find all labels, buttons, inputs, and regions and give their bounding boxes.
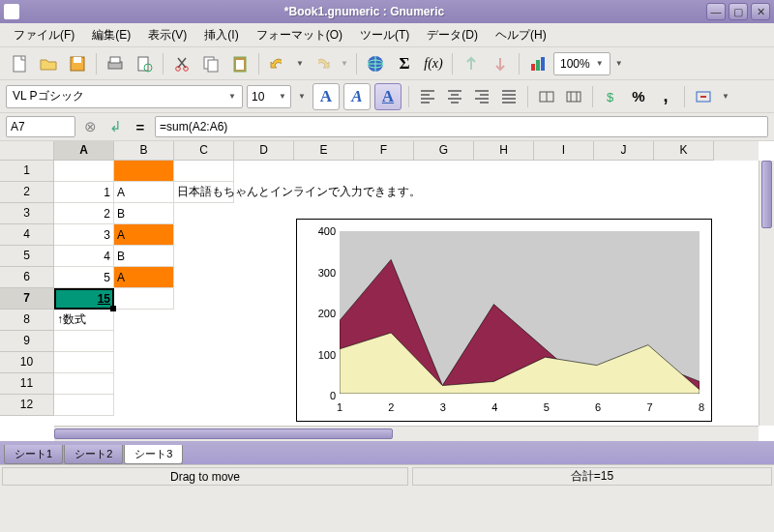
toolbar-overflow[interactable]: ▼	[612, 50, 626, 77]
col-header[interactable]: C	[174, 141, 234, 161]
row-header[interactable]: 1	[0, 161, 54, 182]
new-button[interactable]	[6, 50, 33, 77]
cell-reference-box[interactable]: A7	[6, 116, 75, 137]
svg-text:$: $	[607, 90, 614, 104]
col-header[interactable]: G	[414, 141, 474, 161]
comma-button[interactable]: ,	[654, 85, 677, 108]
undo-dropdown[interactable]: ▼	[293, 50, 307, 77]
select-all-corner[interactable]	[0, 141, 54, 161]
col-header[interactable]: K	[654, 141, 714, 161]
menu-tools[interactable]: ツール(T)	[352, 24, 417, 46]
menu-format[interactable]: フォーマット(O)	[249, 24, 350, 46]
align-center-button[interactable]	[443, 85, 466, 108]
split-cells-button[interactable]	[562, 85, 585, 108]
spreadsheet-grid[interactable]: A B C D E F G H I J K 1 2 3 4 5 6 7 8 9 …	[0, 141, 774, 441]
format-overflow[interactable]: ▼	[719, 83, 732, 110]
sheet-tab[interactable]: シート2	[64, 445, 123, 464]
merge-cells-button[interactable]	[535, 85, 558, 108]
col-header[interactable]: A	[54, 141, 114, 161]
align-justify-button[interactable]	[497, 85, 521, 108]
col-header[interactable]: B	[114, 141, 174, 161]
row-header[interactable]: 7	[0, 288, 54, 310]
window-title: *Book1.gnumeric : Gnumeric	[25, 5, 703, 18]
copy-button[interactable]	[197, 50, 224, 77]
row-headers[interactable]: 1 2 3 4 5 6 7 8 9 10 11 12	[0, 161, 54, 416]
row-header[interactable]: 6	[0, 267, 54, 288]
cut-button[interactable]	[168, 50, 195, 77]
col-header[interactable]: J	[594, 141, 654, 161]
italic-button[interactable]: A	[343, 83, 371, 110]
align-left-button[interactable]	[416, 85, 439, 108]
svg-rect-4	[110, 57, 120, 63]
save-button[interactable]	[64, 50, 91, 77]
row-header[interactable]: 12	[0, 395, 54, 416]
decrease-decimal-button[interactable]	[692, 85, 715, 108]
col-header[interactable]: E	[294, 141, 354, 161]
menu-help[interactable]: ヘルプ(H)	[488, 24, 554, 46]
scrollbar-thumb[interactable]	[761, 161, 772, 228]
hyperlink-button[interactable]	[362, 50, 389, 77]
menu-insert[interactable]: 挿入(I)	[196, 24, 246, 46]
sheet-tab-active[interactable]: シート3	[124, 445, 183, 464]
percent-button[interactable]: %	[627, 85, 650, 108]
redo-dropdown[interactable]: ▼	[338, 50, 351, 77]
cancel-edit-button[interactable]: ⊗	[79, 116, 101, 137]
vertical-scrollbar[interactable]	[759, 161, 774, 426]
svg-rect-15	[531, 64, 535, 71]
horizontal-scrollbar[interactable]	[54, 426, 759, 441]
menu-data[interactable]: データ(D)	[419, 24, 486, 46]
accept-edit-button[interactable]: ↲	[104, 116, 126, 137]
row-header[interactable]: 9	[0, 331, 54, 352]
sheet-tabs: シート1 シート2 シート3	[0, 441, 774, 464]
function-button[interactable]: f(x)	[420, 50, 447, 77]
column-headers[interactable]: A B C D E F G H I J K	[54, 141, 759, 161]
titlebar: *Book1.gnumeric : Gnumeric — ▢ ✕	[0, 0, 774, 23]
row-header[interactable]: 10	[0, 352, 54, 373]
equals-label: =	[130, 116, 151, 137]
print-button[interactable]	[102, 50, 129, 77]
size-dropdown[interactable]: ▼	[295, 83, 309, 110]
minimize-button[interactable]: —	[706, 3, 726, 20]
scrollbar-thumb[interactable]	[54, 429, 393, 439]
formula-input[interactable]: =sum(A2:A6)	[155, 116, 768, 137]
close-button[interactable]: ✕	[751, 3, 770, 20]
cells-area[interactable]: 1A 2B 3A 4B 5A 15 ↑数式 日本語もちゃんとインラインで入力でき…	[54, 161, 759, 426]
col-header[interactable]: H	[474, 141, 534, 161]
maximize-button[interactable]: ▢	[729, 3, 748, 20]
col-header[interactable]: D	[234, 141, 294, 161]
row-header[interactable]: 3	[0, 203, 54, 224]
paste-button[interactable]	[226, 50, 253, 77]
row-header[interactable]: 2	[0, 182, 54, 203]
sheet-tab[interactable]: シート1	[4, 445, 63, 464]
undo-button[interactable]	[264, 50, 291, 77]
toolbar-format: VL Pゴシック▼ 10▼ ▼ A A A $ % , ▼	[0, 79, 774, 112]
chart-button[interactable]	[524, 50, 551, 77]
print-preview-button[interactable]	[131, 50, 158, 77]
app-icon	[4, 4, 19, 19]
redo-button[interactable]	[309, 50, 336, 77]
sort-desc-button[interactable]	[487, 50, 514, 77]
align-right-button[interactable]	[470, 85, 493, 108]
svg-rect-2	[74, 57, 81, 63]
row-header[interactable]: 8	[0, 310, 54, 331]
font-selector[interactable]: VL Pゴシック▼	[6, 85, 243, 108]
embedded-chart[interactable]: 010020030040012345678	[296, 219, 712, 422]
sum-button[interactable]: Σ	[391, 50, 418, 77]
col-header[interactable]: I	[534, 141, 594, 161]
menu-file[interactable]: ファイル(F)	[6, 24, 82, 46]
sort-asc-button[interactable]	[458, 50, 485, 77]
svg-rect-12	[236, 60, 244, 70]
underline-button[interactable]: A	[374, 83, 402, 110]
font-size-selector[interactable]: 10▼	[247, 85, 291, 108]
menu-edit[interactable]: 編集(E)	[84, 24, 138, 46]
menu-view[interactable]: 表示(V)	[140, 24, 194, 46]
open-button[interactable]	[35, 50, 62, 77]
bold-button[interactable]: A	[313, 83, 340, 110]
row-header[interactable]: 5	[0, 246, 54, 267]
row-header[interactable]: 4	[0, 224, 54, 246]
status-bar: Drag to move 合計=15	[0, 464, 774, 488]
zoom-box[interactable]: 100%▼	[553, 52, 610, 75]
currency-button[interactable]: $	[600, 85, 623, 108]
row-header[interactable]: 11	[0, 373, 54, 395]
col-header[interactable]: F	[354, 141, 414, 161]
